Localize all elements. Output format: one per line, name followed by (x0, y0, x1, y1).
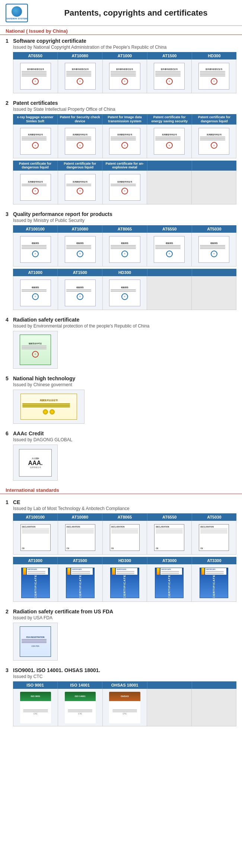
quality-images-2: 检验报告 章 检验报告 (13, 276, 236, 310)
ce-img-4: DECLARATION CE (147, 521, 192, 554)
section-5-title: National high technology (13, 375, 236, 381)
national-header: National ( Issued by China) (0, 26, 242, 35)
col-at6550: AT6550 (13, 52, 58, 59)
software-cert-images: 软件著作权登记证书 章 软件著作权登记证书 (13, 59, 236, 93)
cert-stamp: 章 (32, 188, 39, 194)
cert-stamp: 章 (121, 142, 128, 149)
pat2-img-5 (192, 171, 236, 204)
high-tech-cert-img: 高新技术企业证书 (13, 390, 84, 423)
cert-card: 检验报告 章 (65, 280, 96, 306)
cert-card: 实用新型专利证书 章 (109, 128, 140, 155)
cert-vertical-card: CERTIFICATE CERTIFICATE (200, 568, 228, 598)
ce-cert-header-1: AT100100 AT10080 AT8065 AT6550 AT5030 (13, 513, 236, 521)
cert-stamp: 章 (121, 78, 128, 85)
cert-img-1: 软件著作权登记证书 章 (13, 59, 58, 93)
col-at1500: AT1500 (147, 52, 192, 59)
cert-vertical-card: CERTIFICATE CERTIFICATE (155, 568, 184, 598)
section-6-issuer: Issued by DAGONG GLOBAL (13, 437, 236, 442)
iso-col-2: ISO 14001 (58, 681, 102, 689)
iso-img-1: ISO 9001 CTC (13, 689, 58, 726)
cert-img-5: 软件著作权登记证书 章 (192, 59, 236, 93)
q-col-3: AT8065 (102, 225, 147, 233)
cert-stamp: 章 (77, 188, 83, 194)
ce-img-3: DECLARATION CE (103, 521, 147, 554)
iso-9001-card: ISO 9001 CTC (20, 692, 51, 723)
cert-stamp: 章 (77, 251, 83, 257)
ce-img-2: DECLARATION CE (58, 521, 103, 554)
q-col-4: AT6550 (147, 225, 192, 233)
int-section-number-3: 3 (6, 667, 13, 726)
cert-stamp: 章 (211, 142, 217, 149)
int-section-3-title: ISO9001. ISO 14001. OHSAS 18001. (13, 667, 236, 673)
int-section-1-content: CE Issued by Lab of Most Technology & An… (13, 499, 236, 602)
cert-vertical-label: CERTIFICATE (168, 575, 171, 598)
iso-col-3: OHSAS 18001 (102, 681, 147, 689)
ce2-col-4: AT3000 (147, 557, 192, 564)
q-img-2: 检验报告 章 (58, 233, 103, 266)
cert-img-3: 软件著作权登记证书 章 (103, 59, 147, 93)
int-section-2-title: Radiation safety certificate from US FDA (13, 609, 236, 614)
quality-cert-header-2: AT1000 AT1500 HD300 (13, 269, 236, 276)
ce2-img-3: CERTIFICATE CERTIFICATE (103, 564, 147, 601)
col-at10080: AT10080 (58, 52, 102, 59)
cert-card: 软件著作权登记证书 章 (154, 63, 185, 90)
q2-img-3: 检验报告 章 (103, 276, 147, 310)
aaac-cert-img: 大公国际 AAA. 信用等级证书 (13, 445, 57, 480)
ce-images-1: DECLARATION CE DECLARATION (13, 521, 236, 555)
iso-cert-header: ISO 9001 ISO 14001 OHSAS 18001 (13, 681, 236, 689)
cert-card: 实用新型专利证书 章 (20, 128, 51, 155)
ce2-col-1: AT1000 (13, 557, 58, 564)
pat2-col-2: Patent certificate for dangerous liquid (58, 161, 102, 171)
cert-img-4: 软件著作权登记证书 章 (147, 59, 192, 93)
section-patent: 2 Patent certificates Issued by State In… (0, 97, 242, 204)
section-1-content: Software copyright certificate Issued by… (13, 38, 236, 93)
section-number-2: 2 (6, 100, 13, 204)
aaa-text: AAA. (28, 460, 42, 466)
pat-img-3: 实用新型专利证书 章 (103, 125, 147, 158)
cert-card: 检验报告 章 (109, 280, 140, 306)
cert-card: 检验报告 章 (20, 236, 51, 263)
patent-cert-header-2: Patent certificate for dangerous liquid … (13, 161, 236, 171)
section-3-title: Quality performance report for products (13, 211, 236, 217)
cert-vertical-label: CERTIFICATE (34, 575, 37, 598)
ce-img-5: DECLARATION CE (192, 521, 236, 554)
cert-stamp: 章 (166, 78, 173, 85)
pat2-img-2: 实用新型专利证书 章 (58, 171, 103, 204)
cert-vertical-label: CERTIFICATE (79, 575, 82, 598)
cert-vertical-card: CERTIFICATE CERTIFICATE (110, 568, 139, 598)
q-img-1: 检验报告 章 (13, 233, 58, 266)
int-section-2-issuer: Issued by USA FDA (13, 615, 236, 620)
cert-stamp: 章 (166, 142, 173, 149)
nat-high-card: 高新技术企业证书 (20, 394, 77, 420)
section-2-issuer: Issued by State Intellectual Property Of… (13, 107, 236, 112)
section-number-6: 6 (6, 430, 13, 481)
pat2-img-3: 实用新型专利证书 章 (103, 171, 147, 204)
logo: SAFEWAY SYSTEM (6, 4, 28, 22)
pat2-col-5 (192, 161, 236, 171)
ce-doc-card: DECLARATION CE (110, 524, 140, 551)
aaa-subtitle: 信用等级证书 (30, 466, 41, 468)
patent-cert-images-1: 实用新型专利证书 章 实用新型专利证书 (13, 125, 236, 158)
section-1-issuer: Issued by National Copyright Administrat… (13, 45, 236, 50)
cert-card: 检验报告 章 (65, 236, 96, 263)
ce2-col-3: HD300 (102, 557, 147, 564)
q-col-2: AT10080 (58, 225, 102, 233)
ce-img-1: DECLARATION CE (13, 521, 58, 554)
cert-card: 实用新型专利证书 章 (154, 128, 185, 155)
q2-img-2: 检验报告 章 (58, 276, 103, 310)
page-header: SAFEWAY SYSTEM Pantents, copyrights and … (0, 0, 242, 26)
q-col-1: AT100100 (13, 225, 58, 233)
section-number-5: 5 (6, 375, 13, 424)
ce2-img-5: CERTIFICATE CERTIFICATE (192, 564, 236, 601)
int-section-1-issuer: Issued by Lab of Most Technology & Anbot… (13, 506, 236, 511)
ce-doc-card: DECLARATION CE (20, 524, 51, 551)
ce-col-1: AT100100 (13, 513, 58, 521)
ce-images-2: CERTIFICATE CERTIFICATE CER (13, 564, 236, 602)
logo-area: SAFEWAY SYSTEM (6, 4, 35, 22)
ce2-col-2: AT1500 (58, 557, 102, 564)
cert-vertical-card: CERTIFICATE CERTIFICATE (66, 568, 95, 598)
section-2-content: Patent certificates Issued by State Inte… (13, 100, 236, 204)
cert-stamp: 章 (77, 78, 83, 85)
section-4-content: Radiation safety certificate Issued by E… (13, 317, 236, 369)
section-number-4: 4 (6, 317, 13, 369)
